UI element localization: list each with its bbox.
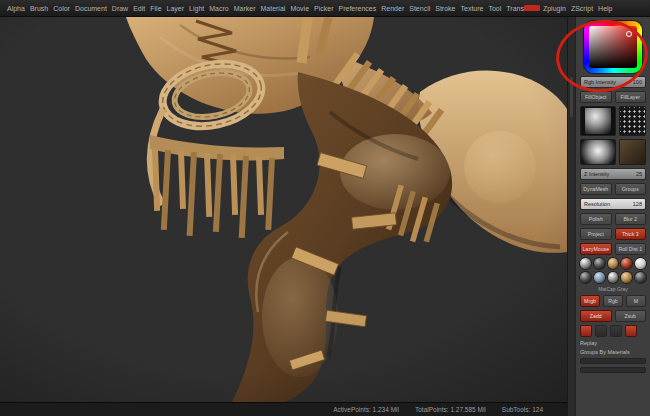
menu-item-stencil[interactable]: Stencil [409, 5, 430, 12]
zadd-button[interactable]: Zadd [580, 310, 612, 322]
material-sphere-icon[interactable] [594, 258, 605, 269]
stroke-selector-icon[interactable] [619, 106, 646, 136]
dynamesh-button[interactable]: DynaMesh [580, 183, 612, 195]
status-active-points: ActivePoints: 1.234 Mil [333, 406, 399, 413]
menubar: Alpha Brush Color Document Draw Edit Fil… [0, 0, 650, 17]
menu-item-picker[interactable]: Picker [314, 5, 333, 12]
groups-by-materials-label: Groups By Materials [580, 349, 646, 355]
material-sphere-icon[interactable] [608, 258, 619, 269]
z-intensity-slider[interactable]: Z Intensity 25 [580, 168, 646, 180]
menu-item-movie[interactable]: Movie [290, 5, 309, 12]
texture-selector-icon[interactable] [619, 139, 646, 165]
rgb-intensity-slider[interactable]: Rgb Intensity 100 [580, 76, 646, 88]
menu-item-preferences[interactable]: Preferences [339, 5, 377, 12]
rgb-intensity-value: 100 [633, 79, 642, 85]
swatch-square[interactable] [610, 325, 622, 337]
menu-item-zscript[interactable]: ZScript [571, 5, 593, 12]
material-sphere-icon[interactable] [621, 258, 632, 269]
mini-slider[interactable] [580, 367, 646, 373]
mini-slider[interactable] [580, 358, 646, 364]
rgb-intensity-label: Rgb Intensity [584, 79, 616, 85]
panel-divider[interactable] [567, 17, 575, 416]
zbrush-window: Alpha Brush Color Document Draw Edit Fil… [0, 0, 650, 416]
color-picker[interactable] [584, 21, 642, 73]
menu-item-material[interactable]: Material [260, 5, 285, 12]
status-bar: ActivePoints: 1.234 Mil TotalPoints: 1.2… [0, 402, 567, 416]
fill-layer-button[interactable]: FillLayer [615, 91, 647, 103]
zsub-button[interactable]: Zsub [615, 310, 647, 322]
record-indicator [524, 5, 540, 11]
menu-item-brush[interactable]: Brush [30, 5, 48, 12]
swatch-square[interactable] [595, 325, 607, 337]
m-button[interactable]: M [626, 295, 646, 307]
status-subtools: SubTools: 124 [502, 406, 543, 413]
menu-item-marker[interactable]: Marker [234, 5, 256, 12]
menu-item-alpha[interactable]: Alpha [7, 5, 25, 12]
material-sphere-icon[interactable] [621, 272, 632, 283]
z-intensity-label: Z Intensity [584, 171, 609, 177]
menu-item-edit[interactable]: Edit [133, 5, 145, 12]
material-sphere-icon[interactable] [580, 272, 591, 283]
divider-grip-icon [570, 77, 573, 117]
menu-item-render[interactable]: Render [381, 5, 404, 12]
status-total-points: TotalPoints: 1.27.585 Mil [415, 406, 486, 413]
lazymouse-button[interactable]: LazyMouse [580, 243, 612, 255]
menu-item-tool[interactable]: Tool [488, 5, 501, 12]
menu-item-light[interactable]: Light [189, 5, 204, 12]
material-sphere-icon[interactable] [635, 258, 646, 269]
swatch-square[interactable] [580, 325, 592, 337]
thick-button[interactable]: Thick 3 [615, 228, 647, 240]
blur-button[interactable]: Blur 2 [615, 213, 647, 225]
project-button[interactable]: Project [580, 228, 612, 240]
z-intensity-value: 25 [636, 171, 642, 177]
right-panel: Rgb Intensity 100 FillObject FillLayer Z… [575, 17, 650, 416]
swatch-square[interactable] [625, 325, 637, 337]
resolution-slider[interactable]: Resolution 128 [580, 198, 646, 210]
polish-button[interactable]: Polish [580, 213, 612, 225]
material-sphere-icon[interactable] [635, 272, 646, 283]
menu-item-zplugin[interactable]: Zplugin [543, 5, 566, 12]
menu-item-help[interactable]: Help [598, 5, 612, 12]
menu-item-file[interactable]: File [150, 5, 161, 12]
roll-dist-button[interactable]: Roll Dist 1 [615, 243, 647, 255]
menu-item-color[interactable]: Color [53, 5, 70, 12]
sculpt-model [0, 17, 567, 402]
mrgb-button[interactable]: Mrgb [580, 295, 600, 307]
menu-item-layer[interactable]: Layer [167, 5, 185, 12]
groups-button[interactable]: Groups [615, 183, 647, 195]
menu-item-stroke[interactable]: Stroke [435, 5, 455, 12]
replay-label: Replay [580, 340, 646, 346]
sculpt-viewport[interactable] [0, 17, 567, 402]
menu-item-macro[interactable]: Macro [209, 5, 228, 12]
menu-item-texture[interactable]: Texture [460, 5, 483, 12]
resolution-value: 128 [633, 201, 642, 207]
material-sphere-icon[interactable] [594, 272, 605, 283]
color-cursor-icon [626, 31, 632, 37]
fill-object-button[interactable]: FillObject [580, 91, 612, 103]
menu-item-document[interactable]: Document [75, 5, 107, 12]
material-caption: MatCap Gray [580, 286, 646, 292]
material-sphere-icon[interactable] [608, 272, 619, 283]
menu-item-draw[interactable]: Draw [112, 5, 128, 12]
material-sphere-icon[interactable] [580, 258, 591, 269]
resolution-label: Resolution [584, 201, 610, 207]
alpha-selector-icon[interactable] [580, 139, 616, 165]
rgb-button[interactable]: Rgb [603, 295, 623, 307]
brush-selector-icon[interactable] [580, 106, 616, 136]
